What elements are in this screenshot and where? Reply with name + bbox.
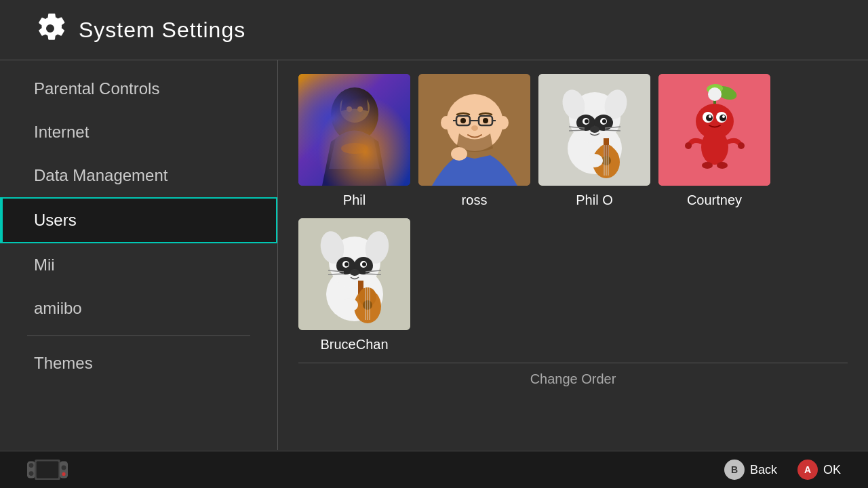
user-card-phil-o[interactable]: Phil O: [538, 74, 650, 208]
svg-line-32: [569, 130, 585, 131]
avatar-phil-o: [538, 74, 650, 186]
svg-point-18: [451, 147, 467, 161]
svg-point-58: [685, 142, 692, 149]
sidebar-item-themes[interactable]: Themes: [0, 342, 277, 385]
sidebar-item-parental-controls[interactable]: Parental Controls: [0, 67, 277, 110]
svg-point-71: [350, 269, 359, 276]
avatar-ross: [418, 74, 530, 186]
avatar-brucechan: [298, 218, 410, 330]
svg-rect-86: [37, 462, 59, 479]
svg-point-5: [341, 143, 368, 154]
svg-point-29: [602, 119, 606, 123]
svg-point-53: [709, 115, 711, 118]
page-title: System Settings: [79, 18, 245, 43]
svg-point-54: [722, 115, 725, 118]
svg-point-55: [701, 129, 728, 165]
a-button-circle: A: [797, 460, 818, 480]
user-card-ross[interactable]: ross: [418, 74, 530, 208]
sidebar-item-data-management[interactable]: Data Management: [0, 154, 277, 197]
sidebar-item-amiibo[interactable]: amiibo: [0, 287, 277, 330]
users-grid-row2: BruceChan: [298, 218, 848, 352]
svg-point-17: [471, 125, 478, 131]
svg-point-1: [331, 87, 378, 142]
svg-point-16: [483, 118, 488, 123]
gear-icon: [34, 12, 66, 47]
user-name-courtney: Courtney: [687, 192, 742, 208]
svg-point-30: [590, 126, 599, 133]
svg-point-57: [717, 162, 728, 169]
back-button[interactable]: B Back: [724, 460, 777, 480]
avatar-phil: [298, 74, 410, 186]
svg-point-59: [738, 142, 745, 149]
svg-point-83: [340, 298, 358, 312]
svg-point-3: [347, 106, 352, 112]
sidebar: Parental Controls Internet Data Manageme…: [0, 60, 278, 450]
user-name-phil-o: Phil O: [576, 192, 612, 208]
svg-line-34: [605, 130, 620, 131]
svg-point-8: [441, 116, 452, 129]
svg-point-56: [702, 162, 713, 169]
users-grid: Phil: [298, 74, 848, 208]
svg-point-4: [357, 106, 363, 112]
ok-label: OK: [823, 463, 841, 477]
svg-point-69: [344, 262, 349, 266]
svg-point-90: [62, 466, 66, 470]
switch-console-icon: [27, 460, 68, 480]
main-layout: Parental Controls Internet Data Manageme…: [0, 60, 868, 450]
user-card-phil[interactable]: Phil: [298, 74, 410, 208]
svg-point-9: [498, 116, 509, 129]
svg-point-88: [29, 463, 34, 468]
svg-point-15: [460, 118, 466, 123]
svg-point-70: [362, 262, 366, 266]
svg-point-2: [340, 93, 370, 123]
svg-line-73: [328, 274, 344, 274]
sidebar-item-mii[interactable]: Mii: [0, 243, 277, 287]
user-card-brucechan[interactable]: BruceChan: [298, 218, 410, 352]
sidebar-item-internet[interactable]: Internet: [0, 110, 277, 154]
user-name-brucechan: BruceChan: [320, 337, 388, 352]
ok-button[interactable]: A OK: [797, 460, 841, 480]
sidebar-item-users[interactable]: Users: [0, 197, 277, 243]
header: System Settings: [0, 0, 868, 60]
content-area: Phil: [278, 60, 868, 450]
user-name-phil: Phil: [343, 192, 366, 208]
svg-point-42: [587, 154, 603, 167]
change-order[interactable]: Change Order: [298, 363, 848, 395]
bottom-bar: B Back A OK: [0, 451, 868, 488]
avatar-courtney: [658, 74, 770, 186]
svg-point-47: [708, 87, 722, 101]
svg-point-28: [585, 119, 589, 123]
back-label: Back: [750, 463, 777, 477]
svg-point-91: [62, 472, 65, 476]
b-button-circle: B: [724, 460, 745, 480]
svg-rect-0: [298, 74, 410, 186]
svg-point-89: [29, 471, 34, 476]
user-name-ross: ross: [462, 192, 488, 208]
svg-line-75: [366, 274, 381, 274]
sidebar-divider: [27, 336, 250, 336]
user-card-courtney[interactable]: Courtney: [658, 74, 770, 208]
